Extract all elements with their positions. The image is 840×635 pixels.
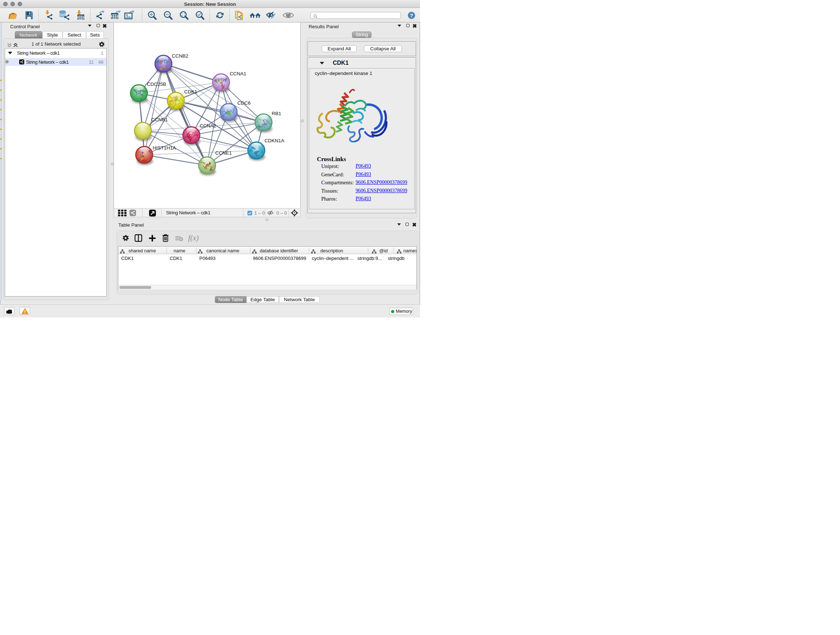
svg-text:HIST1H1A: HIST1H1A xyxy=(153,145,176,150)
svg-text:CDC6: CDC6 xyxy=(237,100,251,106)
svg-text:CCNB2: CCNB2 xyxy=(172,53,188,59)
svg-text:CCNA1: CCNA1 xyxy=(230,71,246,76)
svg-text:CCNB1: CCNB1 xyxy=(151,117,168,122)
svg-text:CCNA2: CCNA2 xyxy=(200,123,216,128)
svg-text:CDC25B: CDC25B xyxy=(147,81,166,87)
svg-text:CCNE1: CCNE1 xyxy=(215,150,232,156)
svg-text:?: ? xyxy=(410,12,413,19)
svg-text:CDK1: CDK1 xyxy=(184,89,197,95)
svg-text:CDKN1A: CDKN1A xyxy=(264,138,284,143)
svg-text:RB1: RB1 xyxy=(272,111,281,116)
